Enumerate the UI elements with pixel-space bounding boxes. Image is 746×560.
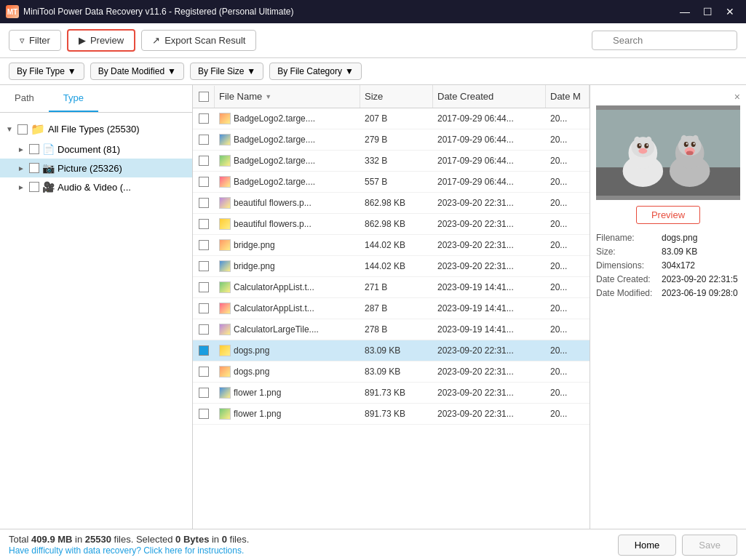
file-row[interactable]: bridge.png 144.02 KB 2023-09-20 22:31...… xyxy=(193,235,590,256)
row-checkbox[interactable] xyxy=(199,198,209,208)
file-row[interactable]: BadgeLogo2.targe.... 207 B 2017-09-29 06… xyxy=(193,108,590,129)
by-date-modified-arrow: ▼ xyxy=(167,66,176,76)
file-row[interactable]: CalculatorAppList.t... 287 B 2023-09-19 … xyxy=(193,298,590,319)
preview-action-button[interactable]: Preview xyxy=(636,206,700,224)
tree-node-document[interactable]: ► 📄 Document (81) xyxy=(0,140,192,159)
header-filename[interactable]: File Name ▼ xyxy=(215,85,360,108)
preview-date-created-row: Date Created: 2023-09-20 22:31:5 xyxy=(596,274,740,284)
checkbox-audio-video[interactable] xyxy=(29,182,39,192)
by-file-category-button[interactable]: By File Category ▼ xyxy=(269,63,362,80)
file-rows: BadgeLogo2.targe.... 207 B 2017-09-29 06… xyxy=(193,108,590,529)
header-checkbox[interactable] xyxy=(199,92,209,102)
file-row[interactable]: flower 1.png 891.73 KB 2023-09-20 22:31.… xyxy=(193,383,590,404)
row-modified: 20... xyxy=(546,404,590,423)
file-row[interactable]: flower 1.png 891.73 KB 2023-09-20 22:31.… xyxy=(193,404,590,425)
checkbox-document[interactable] xyxy=(29,144,39,154)
file-row[interactable]: BadgeLogo2.targe.... 279 B 2017-09-29 06… xyxy=(193,129,590,151)
header-modified[interactable]: Date M xyxy=(546,85,590,108)
filter-button[interactable]: ▿ Filter xyxy=(9,30,61,51)
tab-header: Path Type xyxy=(0,85,192,113)
search-wrapper: 🔍 xyxy=(592,31,737,50)
close-button[interactable]: ✕ xyxy=(720,3,740,20)
row-checkbox[interactable] xyxy=(199,345,209,356)
by-file-type-button[interactable]: By File Type ▼ xyxy=(9,63,84,80)
export-label: Export Scan Result xyxy=(164,35,245,46)
row-checkbox[interactable] xyxy=(199,409,209,419)
by-file-category-arrow: ▼ xyxy=(345,66,354,76)
tree-label-audio-video: Audio & Video (... xyxy=(57,182,131,193)
maximize-button[interactable]: ☐ xyxy=(697,3,718,20)
title-bar: MT MiniTool Power Data Recovery v11.6 - … xyxy=(0,0,746,23)
header-size[interactable]: Size xyxy=(360,85,433,108)
file-row[interactable]: BadgeLogo2.targe.... 332 B 2017-09-29 06… xyxy=(193,151,590,172)
file-row[interactable]: dogs.png 83.09 KB 2023-09-20 22:31... 20… xyxy=(193,361,590,383)
row-checkbox[interactable] xyxy=(199,156,209,166)
row-checkbox[interactable] xyxy=(199,388,209,398)
preview-image-area xyxy=(596,105,740,200)
tab-path[interactable]: Path xyxy=(0,85,49,112)
preview-date-created-label: Date Created: xyxy=(596,274,662,284)
row-size: 287 B xyxy=(360,299,433,318)
file-row[interactable]: bridge.png 144.02 KB 2023-09-20 22:31...… xyxy=(193,256,590,277)
tab-type[interactable]: Type xyxy=(49,85,98,112)
tree-node-picture[interactable]: ► 📷 Picture (25326) xyxy=(0,159,192,177)
by-file-category-label: By File Category xyxy=(277,66,342,76)
row-size: 144.02 KB xyxy=(360,236,433,255)
picture-icon: 📷 xyxy=(42,162,55,174)
row-checkbox[interactable] xyxy=(199,135,209,145)
row-checkbox[interactable] xyxy=(199,303,209,313)
row-check xyxy=(193,236,215,255)
home-button[interactable]: Home xyxy=(618,535,677,556)
by-file-size-label: By File Size xyxy=(198,66,244,76)
export-button[interactable]: ↗ Export Scan Result xyxy=(141,30,256,51)
main-content: Path Type ▼ 📁 All File Types (25530) ► 📄… xyxy=(0,85,746,529)
checkbox-all[interactable] xyxy=(17,124,28,135)
by-date-modified-button[interactable]: By Date Modified ▼ xyxy=(90,63,184,80)
header-check xyxy=(193,86,215,108)
window-controls: ― ☐ ✕ xyxy=(674,3,740,20)
preview-filename-label: Filename: xyxy=(596,233,662,243)
minimize-button[interactable]: ― xyxy=(674,3,696,20)
row-checkbox[interactable] xyxy=(199,282,209,292)
preview-dog-image xyxy=(596,110,740,196)
title-bar-left: MT MiniTool Power Data Recovery v11.6 - … xyxy=(6,5,293,18)
by-file-size-arrow: ▼ xyxy=(247,66,255,76)
row-checkbox[interactable] xyxy=(199,261,209,271)
row-size: 207 B xyxy=(360,109,433,128)
file-row[interactable]: BadgeLogo2.targe.... 557 B 2017-09-29 06… xyxy=(193,172,590,193)
row-size: 279 B xyxy=(360,130,433,149)
expand-icon-picture[interactable]: ► xyxy=(17,164,26,172)
row-checkbox[interactable] xyxy=(199,177,209,187)
expand-icon-document[interactable]: ► xyxy=(17,145,26,153)
save-button[interactable]: Save xyxy=(682,535,737,556)
preview-date-created-value: 2023-09-20 22:31:5 xyxy=(662,274,740,284)
row-checkbox[interactable] xyxy=(199,219,209,229)
help-link[interactable]: Have difficulty with data recovery? Clic… xyxy=(9,545,244,556)
row-checkbox[interactable] xyxy=(199,240,209,250)
row-size: 557 B xyxy=(360,172,433,191)
name-sort-arrow: ▼ xyxy=(265,93,271,100)
file-row[interactable]: CalculatorAppList.t... 271 B 2023-09-19 … xyxy=(193,277,590,298)
total-size: 409.9 MB xyxy=(31,534,72,545)
file-row[interactable]: dogs.png 83.09 KB 2023-09-20 22:31... 20… xyxy=(193,340,590,361)
header-created[interactable]: Date Created xyxy=(433,85,546,108)
by-file-size-button[interactable]: By File Size ▼ xyxy=(190,63,263,80)
preview-button[interactable]: ▶ Preview xyxy=(67,29,135,52)
row-checkbox[interactable] xyxy=(199,324,209,335)
tree-node-all[interactable]: ▼ 📁 All File Types (25530) xyxy=(0,119,192,140)
row-checkbox[interactable] xyxy=(199,367,209,377)
expand-icon-all[interactable]: ▼ xyxy=(6,125,15,133)
row-name: BadgeLogo2.targe.... xyxy=(215,151,360,171)
checkbox-picture[interactable] xyxy=(29,163,39,173)
file-row[interactable]: beautiful flowers.p... 862.98 KB 2023-09… xyxy=(193,193,590,214)
row-checkbox[interactable] xyxy=(199,113,209,124)
search-input[interactable] xyxy=(592,31,737,50)
file-row[interactable]: beautiful flowers.p... 862.98 KB 2023-09… xyxy=(193,214,590,235)
expand-icon-audio-video[interactable]: ► xyxy=(17,183,26,191)
export-icon: ↗ xyxy=(152,35,160,46)
svg-point-11 xyxy=(646,144,648,145)
file-row[interactable]: CalculatorLargeTile.... 278 B 2023-09-19… xyxy=(193,319,590,340)
preview-close-button[interactable]: × xyxy=(596,91,740,103)
tree-node-audio-video[interactable]: ► 🎥 Audio & Video (... xyxy=(0,177,192,196)
selected-files: 0 xyxy=(222,534,227,545)
